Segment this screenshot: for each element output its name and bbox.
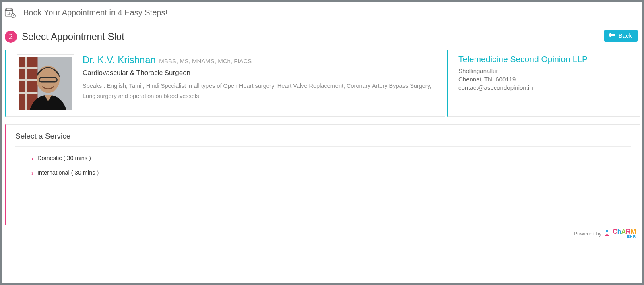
chevron-right-icon: › — [31, 155, 33, 161]
charm-logo-sub: EHR — [613, 235, 636, 239]
clinic-card: Telemedicine Second Opinion LLP Sholling… — [447, 50, 640, 117]
svg-rect-11 — [19, 92, 38, 94]
doctor-card: Dr. K.V. Krishnan MBBS, MS, MNAMS, MCh, … — [5, 50, 445, 117]
service-panel-title: Select a Service — [15, 132, 631, 147]
doctor-qualifications: MBBS, MS, MNAMS, MCh, FIACS — [159, 58, 252, 64]
back-button[interactable]: Back — [604, 30, 638, 42]
footer: Powered by ChARM EHR — [4, 225, 640, 239]
service-item-domestic[interactable]: › Domestic ( 30 mins ) — [31, 151, 631, 165]
top-banner: 16 Book Your Appointment in 4 Easy Steps… — [4, 4, 640, 22]
doctor-role: Cardiovascular & Thoracic Surgeon — [83, 69, 440, 77]
svg-rect-12 — [25, 57, 27, 110]
calendar-day: 16 — [7, 12, 11, 15]
info-row: Dr. K.V. Krishnan MBBS, MS, MNAMS, MCh, … — [4, 50, 640, 117]
clinic-address-1: Shollinganallur — [458, 67, 635, 74]
doctor-avatar-frame — [17, 54, 74, 112]
clinic-name: Telemedicine Second Opinion LLP — [458, 54, 635, 64]
step-header: 2 Select Appointment Slot Back — [4, 31, 640, 43]
chevron-right-icon: › — [31, 170, 33, 176]
calendar-icon: 16 — [4, 6, 16, 19]
service-item-label: International ( 30 mins ) — [37, 169, 99, 176]
service-item-international[interactable]: › International ( 30 mins ) — [31, 165, 631, 180]
service-panel: Select a Service › Domestic ( 30 mins ) … — [5, 124, 640, 225]
doctor-description: Speaks : English, Tamil, Hindi Specialis… — [83, 81, 440, 102]
clinic-email: contact@asecondopinion.in — [458, 84, 635, 91]
doctor-avatar — [19, 57, 72, 110]
powered-by-label: Powered by — [574, 231, 602, 237]
step-number-badge: 2 — [5, 31, 17, 43]
service-item-label: Domestic ( 30 mins ) — [37, 155, 91, 161]
banner-text: Book Your Appointment in 4 Easy Steps! — [23, 8, 167, 17]
doctor-meta: Dr. K.V. Krishnan MBBS, MS, MNAMS, MCh, … — [83, 54, 440, 102]
back-button-label: Back — [619, 32, 632, 39]
svg-rect-9 — [19, 67, 38, 69]
service-list: › Domestic ( 30 mins ) › International (… — [15, 147, 631, 180]
step-title: Select Appointment Slot — [22, 31, 124, 42]
clinic-address-2: Chennai, TN, 600119 — [458, 76, 635, 83]
charm-person-icon — [604, 229, 610, 238]
arrow-left-icon — [608, 32, 615, 39]
svg-rect-10 — [19, 79, 38, 81]
svg-point-16 — [606, 230, 608, 232]
charm-logo: ChARM EHR — [613, 228, 636, 239]
doctor-name: Dr. K.V. Krishnan — [83, 54, 156, 65]
